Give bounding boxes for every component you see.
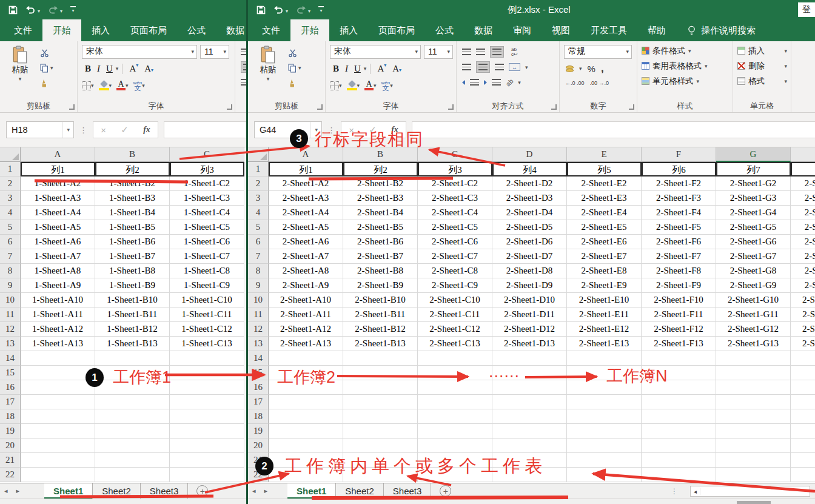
cell-C1[interactable]: 列3 [170, 162, 244, 176]
ribbon-tab-插入[interactable]: 插入 [81, 19, 120, 41]
cell-A13[interactable]: 1-Sheet1-A13 [21, 337, 95, 351]
cell-C3[interactable]: 1-Sheet1-C3 [170, 191, 244, 206]
cell-C2[interactable]: 1-Sheet1-C2 [170, 176, 244, 191]
insert-cells-button[interactable]: 插入▾ [737, 44, 788, 57]
indent-icon[interactable] [241, 79, 246, 86]
align-top-icon[interactable] [241, 49, 246, 55]
cell-D11[interactable]: 2-Sheet1-D11 [492, 307, 567, 322]
cell-C14[interactable] [418, 351, 492, 366]
cell-B13[interactable]: 2-Sheet1-B13 [343, 337, 418, 351]
cell-F18[interactable] [642, 409, 716, 424]
align-left-icon[interactable] [462, 64, 471, 70]
cell-A22[interactable] [269, 468, 343, 482]
row-header-7[interactable]: 7 [0, 249, 21, 264]
cell-B21[interactable] [343, 453, 418, 468]
cell-D9[interactable]: 2-Sheet1-D9 [492, 278, 567, 293]
cell-B7[interactable]: 1-Sheet1-B7 [95, 249, 170, 264]
font-size-select[interactable]: 11▾ [424, 45, 453, 59]
column-header-G[interactable]: G [716, 147, 791, 162]
row-header-17[interactable]: 17 [0, 395, 21, 409]
cell-G19[interactable] [716, 424, 791, 438]
cell-E11[interactable]: 2-Sheet1-E11 [567, 307, 642, 322]
cell-H2[interactable]: 2-Sheet1-H2 [791, 176, 815, 191]
cell-A15[interactable] [269, 366, 343, 380]
cell-A7[interactable]: 1-Sheet1-A7 [21, 249, 95, 264]
cell-C13[interactable]: 2-Sheet1-C13 [418, 337, 492, 351]
cell-H15[interactable] [791, 366, 815, 380]
cell-C9[interactable]: 1-Sheet1-C9 [170, 278, 244, 293]
cell-A9[interactable]: 1-Sheet1-A9 [21, 278, 95, 293]
cell-C21[interactable] [170, 453, 244, 468]
row-header-8[interactable]: 8 [0, 264, 21, 278]
format-cells-button[interactable]: 格式▾ [737, 75, 788, 87]
insert-function-icon[interactable]: fx [391, 125, 398, 135]
sheet-tab-Sheet1[interactable]: Sheet1 [44, 483, 93, 499]
sheet-tab-Sheet3[interactable]: Sheet3 [141, 483, 189, 499]
enter-icon[interactable]: ✓ [369, 124, 377, 135]
column-header-E[interactable]: E [567, 147, 642, 162]
new-sheet-button[interactable]: + [440, 485, 451, 497]
cell-B20[interactable] [95, 438, 170, 453]
cell-B14[interactable] [343, 351, 418, 366]
new-sheet-button[interactable]: + [196, 485, 208, 497]
redo-icon[interactable]: ▾ [296, 5, 310, 14]
column-header-A[interactable]: A [21, 147, 95, 162]
borders-icon[interactable] [330, 81, 339, 90]
row-header-7[interactable]: 7 [248, 249, 269, 264]
cell-B22[interactable] [343, 468, 418, 482]
cell-D19[interactable] [492, 424, 567, 438]
cell-A17[interactable] [269, 395, 343, 409]
cell-B8[interactable]: 1-Sheet1-B8 [95, 264, 170, 278]
cell-E14[interactable] [567, 351, 642, 366]
row-header-16[interactable]: 16 [248, 380, 269, 395]
sign-in-button[interactable]: 登 [798, 2, 815, 17]
ribbon-tab-视图[interactable]: 视图 [542, 19, 580, 41]
cell-D21[interactable] [492, 453, 567, 468]
column-header-A[interactable]: A [269, 147, 343, 162]
cell-A3[interactable]: 2-Sheet1-A3 [269, 191, 343, 206]
row-header-2[interactable]: 2 [248, 176, 269, 191]
cell-C7[interactable]: 1-Sheet1-C7 [170, 249, 244, 264]
cell-C19[interactable] [418, 424, 492, 438]
cell-E21[interactable] [567, 453, 642, 468]
cell-C16[interactable] [170, 380, 244, 395]
cell-A9[interactable]: 2-Sheet1-A9 [269, 278, 343, 293]
cell-A3[interactable]: 1-Sheet1-A3 [21, 191, 95, 206]
row-header-5[interactable]: 5 [0, 220, 21, 235]
cell-D2[interactable]: 2-Sheet1-D2 [492, 176, 567, 191]
cell-B5[interactable]: 2-Sheet1-B5 [343, 220, 418, 235]
cell-A12[interactable]: 2-Sheet1-A12 [269, 322, 343, 337]
cell-A15[interactable] [21, 366, 95, 380]
row-header-5[interactable]: 5 [248, 220, 269, 235]
row-header-10[interactable]: 10 [0, 293, 21, 307]
cell-G17[interactable] [716, 395, 791, 409]
sheet-nav-left-icon[interactable]: ◂ [0, 487, 12, 495]
cell-H18[interactable] [791, 409, 815, 424]
cell-E16[interactable] [567, 380, 642, 395]
row-header-21[interactable]: 21 [0, 453, 21, 468]
font-name-select[interactable]: 宋体▾ [330, 45, 421, 59]
cell-A8[interactable]: 2-Sheet1-A8 [269, 264, 343, 278]
row-header-6[interactable]: 6 [0, 235, 21, 249]
clipboard-dialog-launcher-icon[interactable] [69, 104, 75, 110]
phonetic-guide-icon[interactable]: wén文 [133, 81, 143, 90]
row-header-2[interactable]: 2 [0, 176, 21, 191]
cell-E6[interactable]: 2-Sheet1-E6 [567, 235, 642, 249]
cell-D6[interactable]: 2-Sheet1-D6 [492, 235, 567, 249]
row-header-3[interactable]: 3 [0, 191, 21, 206]
cell-B11[interactable]: 1-Sheet1-B11 [95, 307, 170, 322]
row-header-15[interactable]: 15 [248, 366, 269, 380]
ribbon-tab-公式[interactable]: 公式 [425, 19, 464, 41]
number-format-select[interactable]: 常规▾ [564, 45, 632, 59]
cell-G2[interactable]: 2-Sheet1-G2 [716, 176, 791, 191]
increase-font-size-button[interactable]: A▾ [374, 64, 389, 74]
cell-E3[interactable]: 2-Sheet1-E3 [567, 191, 642, 206]
font-color-icon[interactable]: A [364, 81, 374, 90]
undo-icon[interactable]: ▾ [273, 5, 288, 14]
cell-B3[interactable]: 2-Sheet1-B3 [343, 191, 418, 206]
sheet-nav-left-icon[interactable]: ◂ [248, 487, 260, 495]
cell-F22[interactable] [642, 468, 716, 482]
cell-F3[interactable]: 2-Sheet1-F3 [642, 191, 716, 206]
cell-B17[interactable] [95, 395, 170, 409]
cell-H10[interactable]: 2-Sheet1-H10 [791, 293, 815, 307]
